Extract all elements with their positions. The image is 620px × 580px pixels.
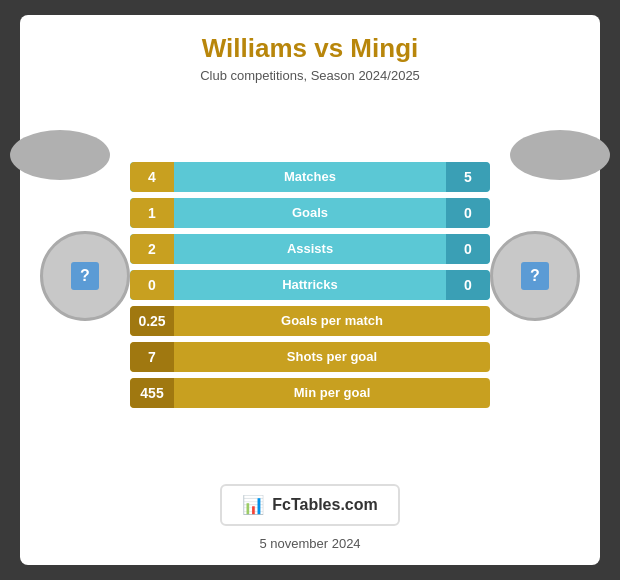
min-per-goal-value: 455 (130, 378, 174, 408)
shots-per-goal-label: Shots per goal (174, 349, 490, 364)
goals-label: Goals (174, 205, 446, 220)
goals-per-match-label: Goals per match (174, 313, 490, 328)
comparison-card: Williams vs Mingi Club competitions, Sea… (20, 15, 600, 565)
brand-box[interactable]: 📊 FcTables.com (220, 484, 400, 526)
player-left-avatar: ? (40, 231, 130, 321)
stat-row-goals-per-match: 0.25 Goals per match (130, 306, 490, 336)
stat-row-goals: 1 Goals 0 (130, 198, 490, 228)
player-right-icon: ? (521, 262, 549, 290)
assists-right-value: 0 (446, 234, 490, 264)
brand-text: FcTables.com (272, 496, 378, 514)
min-per-goal-label: Min per goal (174, 385, 490, 400)
shots-per-goal-value: 7 (130, 342, 174, 372)
page-subtitle: Club competitions, Season 2024/2025 (200, 68, 420, 83)
assists-label: Assists (174, 241, 446, 256)
hattricks-right-value: 0 (446, 270, 490, 300)
player-left-icon: ? (71, 262, 99, 290)
stats-container: 4 Matches 5 1 Goals 0 2 Assists 0 0 Hatt… (130, 162, 490, 408)
brand-icon: 📊 (242, 494, 264, 516)
goals-right-value: 0 (446, 198, 490, 228)
hattricks-left-value: 0 (130, 270, 174, 300)
date-text: 5 november 2024 (259, 536, 360, 551)
stat-row-assists: 2 Assists 0 (130, 234, 490, 264)
goals-per-match-value: 0.25 (130, 306, 174, 336)
player-right-avatar: ? (490, 231, 580, 321)
stat-row-hattricks: 0 Hattricks 0 (130, 270, 490, 300)
stat-row-matches: 4 Matches 5 (130, 162, 490, 192)
matches-left-value: 4 (130, 162, 174, 192)
hattricks-label: Hattricks (174, 277, 446, 292)
matches-label: Matches (174, 169, 446, 184)
matches-right-value: 5 (446, 162, 490, 192)
page-title: Williams vs Mingi (202, 33, 418, 64)
assists-left-value: 2 (130, 234, 174, 264)
content-area: ? 4 Matches 5 1 Goals 0 2 Assists 0 0 (40, 101, 580, 468)
goals-left-value: 1 (130, 198, 174, 228)
stat-row-min-per-goal: 455 Min per goal (130, 378, 490, 408)
stat-row-shots-per-goal: 7 Shots per goal (130, 342, 490, 372)
